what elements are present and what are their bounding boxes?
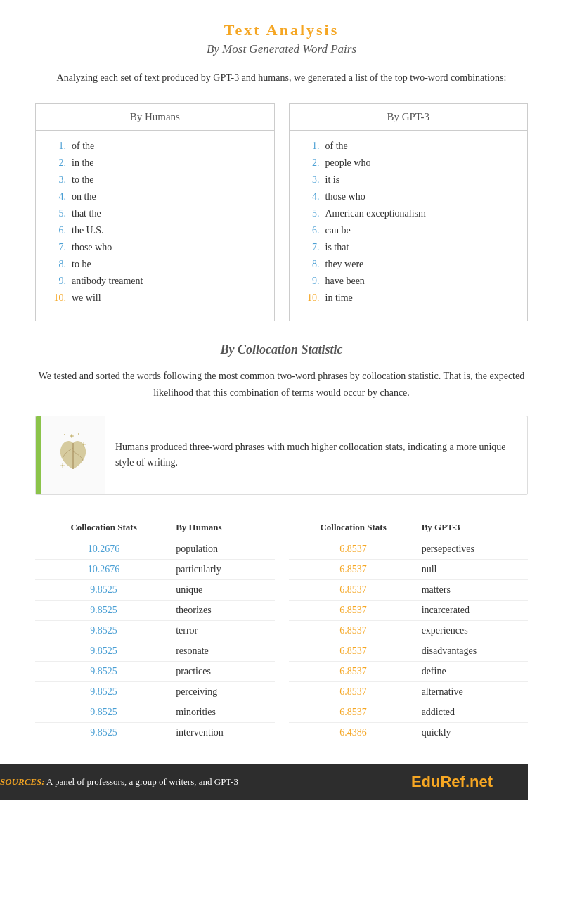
list-number: 3. <box>300 174 320 186</box>
stat-value: 9.8525 <box>35 620 172 641</box>
highlight-box: Humans produced three-word phrases with … <box>35 416 528 495</box>
word-value: population <box>172 539 274 559</box>
list-number: 9. <box>300 276 320 287</box>
list-text: antibody treament <box>72 276 143 287</box>
brand-suffix: .net <box>465 773 493 790</box>
word-value: define <box>418 661 528 681</box>
humans-stat-header: Collocation Stats <box>35 516 172 539</box>
list-text: in time <box>325 293 353 304</box>
word-value: particularly <box>172 559 274 579</box>
list-text: that the <box>72 208 101 219</box>
list-number: 5. <box>300 208 320 219</box>
list-number: 10. <box>46 293 66 304</box>
list-item: 8. they were <box>300 256 517 273</box>
word-value: perceiving <box>172 681 274 702</box>
gpt3-stat-header: Collocation Stats <box>289 516 418 539</box>
stat-value: 6.8537 <box>289 559 418 579</box>
list-text: of the <box>325 141 348 152</box>
table-row: 6.8537 matters <box>289 579 529 600</box>
page-footer: SOURCES: A panel of professors, a group … <box>0 764 528 800</box>
list-number: 4. <box>46 191 66 203</box>
list-text: people who <box>325 158 371 169</box>
collocation-tables: Collocation Stats By Humans 10.2676 popu… <box>35 516 528 743</box>
list-number: 1. <box>300 141 320 152</box>
word-value: addicted <box>418 702 528 722</box>
sources-label: SOURCES: <box>0 776 45 787</box>
table-row: 6.8537 addicted <box>289 702 529 722</box>
list-item: 10. we will <box>46 290 264 307</box>
list-item: 2. in the <box>46 155 264 172</box>
stat-value: 9.8525 <box>35 661 172 681</box>
list-text: can be <box>325 225 351 236</box>
stat-value: 10.2676 <box>35 559 172 579</box>
stat-value: 6.8537 <box>289 641 418 661</box>
word-value: alternative <box>418 681 528 702</box>
list-item: 4. on the <box>46 188 264 205</box>
list-item: 9. antibody treament <box>46 273 264 290</box>
stat-value: 10.2676 <box>35 539 172 559</box>
table-row: 9.8525 practices <box>35 661 275 681</box>
leaf-icon <box>52 430 94 480</box>
collocation-section-title: By Collocation Statistic <box>35 342 528 357</box>
word-value: incarcerated <box>418 600 528 620</box>
table-row: 6.8537 persepectives <box>289 539 529 559</box>
table-row: 6.4386 quickly <box>289 722 529 743</box>
list-number: 2. <box>300 158 320 169</box>
stat-value: 6.8537 <box>289 620 418 641</box>
list-number: 5. <box>46 208 66 219</box>
table-row: 9.8525 intervention <box>35 722 275 743</box>
brand-logo: EduRef.net <box>411 773 493 791</box>
list-item: 6. the U.S. <box>46 222 264 239</box>
list-number: 2. <box>46 158 66 169</box>
list-item: 10. in time <box>300 290 517 307</box>
table-row: 9.8525 resonate <box>35 641 275 661</box>
list-item: 5. American exceptionalism <box>300 205 517 222</box>
highlight-text: Humans produced three-word phrases with … <box>105 416 527 494</box>
word-value: theorizes <box>172 600 274 620</box>
list-number: 8. <box>300 259 320 270</box>
gpt3-colloc-table: Collocation Stats By GPT-3 6.8537 persep… <box>289 516 529 743</box>
list-text: in the <box>72 158 94 169</box>
list-item: 8. to be <box>46 256 264 273</box>
stat-value: 6.8537 <box>289 661 418 681</box>
word-pairs-section: By Humans 1. of the 2. in the 3. to the … <box>35 103 528 321</box>
table-row: 9.8525 theorizes <box>35 600 275 620</box>
sub-title: By Most Generated Word Pairs <box>35 42 528 56</box>
list-item: 1. of the <box>300 138 517 155</box>
table-row: 6.8537 null <box>289 559 529 579</box>
main-title: Text Analysis <box>35 21 528 39</box>
sources-content: A panel of professors, a group of writer… <box>45 776 238 787</box>
stat-value: 6.8537 <box>289 579 418 600</box>
gpt3-word-list: 1. of the 2. people who 3. it is 4. thos… <box>290 138 528 307</box>
brand-name: EduRef <box>411 773 465 790</box>
sources-text: SOURCES: A panel of professors, a group … <box>0 776 238 788</box>
list-text: of the <box>72 141 94 152</box>
table-row: 6.8537 disadvantages <box>289 641 529 661</box>
collocation-intro-text: We tested and sorted the words following… <box>35 368 528 402</box>
stat-value: 9.8525 <box>35 641 172 661</box>
list-number: 8. <box>46 259 66 270</box>
word-value: null <box>418 559 528 579</box>
stat-value: 6.8537 <box>289 600 418 620</box>
list-text: to be <box>72 259 91 270</box>
list-number: 6. <box>300 225 320 236</box>
list-text: is that <box>325 242 349 253</box>
list-number: 1. <box>46 141 66 152</box>
list-item: 2. people who <box>300 155 517 172</box>
list-text: on the <box>72 191 96 203</box>
table-row: 6.8537 define <box>289 661 529 681</box>
list-text: they were <box>325 259 364 270</box>
stat-value: 6.8537 <box>289 702 418 722</box>
list-number: 4. <box>300 191 320 203</box>
list-item: 7. is that <box>300 239 517 256</box>
stat-value: 9.8525 <box>35 702 172 722</box>
gpt3-word-pairs-column: By GPT-3 1. of the 2. people who 3. it i… <box>289 103 529 321</box>
word-value: unique <box>172 579 274 600</box>
highlight-icon-area <box>41 416 105 494</box>
list-text: we will <box>72 293 101 304</box>
list-number: 6. <box>46 225 66 236</box>
word-value: quickly <box>418 722 528 743</box>
list-text: those who <box>72 242 112 253</box>
table-row: 6.8537 experiences <box>289 620 529 641</box>
stat-value: 9.8525 <box>35 579 172 600</box>
